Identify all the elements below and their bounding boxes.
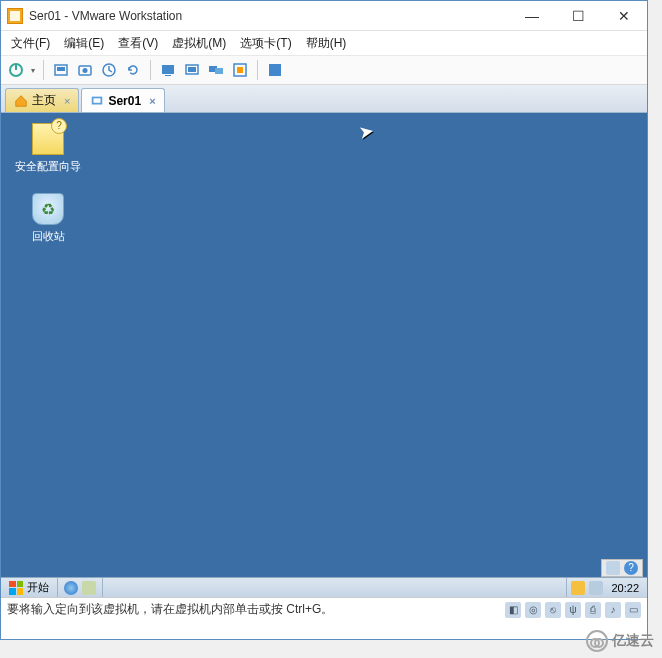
printer-icon[interactable]: ⎙	[585, 602, 601, 618]
home-icon	[14, 94, 28, 108]
menu-edit[interactable]: 编辑(E)	[58, 33, 110, 54]
quick-launch	[58, 578, 103, 597]
menu-tabs[interactable]: 选项卡(T)	[234, 33, 297, 54]
hard-disk-icon[interactable]: ◧	[505, 602, 521, 618]
unity-button[interactable]	[229, 59, 251, 81]
stretch-guest-button[interactable]	[181, 59, 203, 81]
svg-rect-3	[57, 67, 65, 71]
vm-inner-statusbar: ?	[601, 559, 643, 577]
tab-home[interactable]: 主页 ×	[5, 88, 79, 112]
multiple-monitors-button[interactable]	[205, 59, 227, 81]
power-dropdown[interactable]: ▾	[29, 66, 37, 75]
show-desktop-icon[interactable]	[82, 581, 96, 595]
minimize-button[interactable]: —	[509, 1, 555, 31]
mouse-cursor-icon: ➤	[357, 120, 376, 144]
vm-icon	[90, 94, 104, 108]
svg-rect-14	[237, 67, 243, 73]
watermark-text: 亿速云	[612, 632, 654, 650]
send-ctrl-alt-del-button[interactable]	[50, 59, 72, 81]
menu-view[interactable]: 查看(V)	[112, 33, 164, 54]
show-console-button[interactable]	[157, 59, 179, 81]
tabstrip: 主页 × Ser01 ×	[1, 85, 647, 113]
network-tray-icon[interactable]	[589, 581, 603, 595]
toolbar: ▾	[1, 55, 647, 85]
menu-file[interactable]: 文件(F)	[5, 33, 56, 54]
svg-rect-15	[269, 64, 281, 76]
snapshot-button[interactable]	[74, 59, 96, 81]
svg-rect-10	[188, 67, 196, 72]
vmware-workstation-window: Ser01 - VMware Workstation — ☐ ✕ 文件(F) 编…	[0, 0, 648, 640]
guest-taskbar: 开始 20:22	[1, 577, 647, 597]
watermark-logo-icon	[586, 630, 608, 652]
security-wizard-icon	[32, 123, 64, 155]
vmware-app-icon	[7, 8, 23, 24]
revert-snapshot-button[interactable]	[122, 59, 144, 81]
svg-rect-17	[94, 98, 101, 102]
start-button[interactable]: 开始	[1, 578, 58, 597]
svg-rect-12	[215, 68, 223, 74]
close-button[interactable]: ✕	[601, 1, 647, 31]
fullscreen-button[interactable]	[264, 59, 286, 81]
network-adapter-icon[interactable]: ⎋	[545, 602, 561, 618]
ie-icon[interactable]	[64, 581, 78, 595]
watermark: 亿速云	[578, 628, 662, 654]
security-alert-icon[interactable]	[571, 581, 585, 595]
recycle-bin-label: 回收站	[13, 229, 83, 244]
windows-logo-icon	[9, 581, 23, 595]
menu-help[interactable]: 帮助(H)	[300, 33, 353, 54]
usb-icon[interactable]: ψ	[565, 602, 581, 618]
tab-ser01-label: Ser01	[108, 94, 141, 108]
display-icon[interactable]: ▭	[625, 602, 641, 618]
keyboard-status-icon[interactable]	[606, 561, 620, 575]
desktop-icon-recycle-bin[interactable]: 回收站	[13, 193, 83, 244]
device-status-icons: ◧ ◎ ⎋ ψ ⎙ ♪ ▭	[505, 602, 641, 618]
tab-home-label: 主页	[32, 92, 56, 109]
cd-dvd-icon[interactable]: ◎	[525, 602, 541, 618]
menubar: 文件(F) 编辑(E) 查看(V) 虚拟机(M) 选项卡(T) 帮助(H)	[1, 31, 647, 55]
taskbar-clock[interactable]: 20:22	[607, 582, 643, 594]
sound-card-icon[interactable]: ♪	[605, 602, 621, 618]
tab-ser01-close-icon[interactable]: ×	[149, 95, 155, 107]
svg-rect-8	[165, 75, 171, 76]
recycle-bin-icon	[32, 193, 64, 225]
window-title: Ser01 - VMware Workstation	[29, 9, 182, 23]
host-statusbar: 要将输入定向到该虚拟机，请在虚拟机内部单击或按 Ctrl+G。 ◧ ◎ ⎋ ψ …	[1, 597, 647, 621]
power-on-button[interactable]	[5, 59, 27, 81]
tab-home-close-icon[interactable]: ×	[64, 95, 70, 107]
svg-rect-7	[162, 65, 174, 74]
desktop-icon-security-wizard[interactable]: 安全配置向导	[13, 123, 83, 174]
help-status-icon[interactable]: ?	[624, 561, 638, 575]
menu-vm[interactable]: 虚拟机(M)	[166, 33, 232, 54]
input-hint-text: 要将输入定向到该虚拟机，请在虚拟机内部单击或按 Ctrl+G。	[7, 601, 505, 618]
maximize-button[interactable]: ☐	[555, 1, 601, 31]
svg-point-5	[83, 68, 88, 73]
system-tray: 20:22	[566, 578, 647, 597]
security-wizard-label: 安全配置向导	[13, 159, 83, 174]
vm-guest-viewport[interactable]: 安全配置向导 回收站 ➤ ? 开始 20:22	[1, 113, 647, 597]
titlebar: Ser01 - VMware Workstation — ☐ ✕	[1, 1, 647, 31]
start-label: 开始	[27, 580, 49, 595]
snapshot-manager-button[interactable]	[98, 59, 120, 81]
tab-ser01[interactable]: Ser01 ×	[81, 88, 164, 112]
